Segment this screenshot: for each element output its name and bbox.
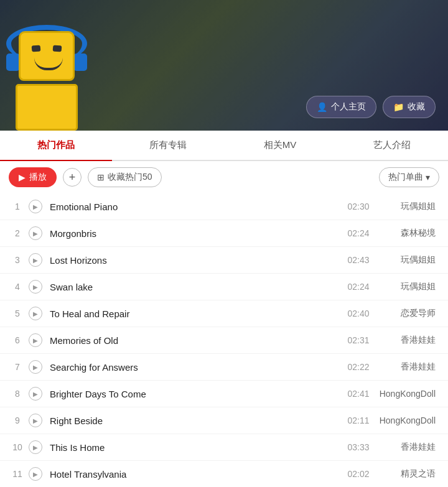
tab-albums[interactable]: 所有专辑	[112, 131, 224, 160]
track-duration: 02:24	[340, 228, 377, 238]
hero-buttons: 👤 个人主页 📁 收藏	[306, 96, 436, 118]
track-duration: 02:02	[340, 469, 377, 479]
track-row: 3 ▶ Lost Horizons 02:43 玩偶姐姐	[0, 247, 448, 274]
collect-button[interactable]: 📁 收藏	[383, 96, 436, 118]
track-duration: 02:30	[340, 202, 377, 211]
track-duration: 02:24	[340, 282, 377, 292]
track-number: 4	[9, 282, 26, 292]
collect-label: 收藏	[408, 101, 425, 113]
track-number: 3	[9, 255, 26, 265]
track-album: HongKongDoll	[377, 389, 439, 399]
lego-head	[19, 31, 75, 81]
track-duration: 03:33	[340, 442, 377, 452]
play-icon: ▶	[19, 172, 26, 182]
track-name: To Heal and Repair	[45, 308, 340, 319]
tab-hot[interactable]: 热门作品	[0, 131, 112, 160]
track-name: Morgonbris	[45, 228, 340, 239]
track-name: Searchig for Answers	[45, 362, 340, 373]
track-name: Right Beside	[45, 415, 340, 426]
track-name: This Is Home	[45, 442, 340, 453]
track-name: Swan lake	[45, 282, 340, 292]
track-row: 9 ▶ Right Beside 02:11 HongKongDoll	[0, 407, 448, 434]
play-circle-icon: ▶	[29, 280, 42, 294]
lego-eye-right	[53, 45, 62, 52]
track-play-button[interactable]: ▶	[26, 253, 45, 267]
track-row: 1 ▶ Emotional Piano 02:30 玩偶姐姐	[0, 193, 448, 220]
track-play-button[interactable]: ▶	[26, 414, 45, 427]
track-play-button[interactable]: ▶	[26, 440, 45, 454]
lego-headphone-right	[73, 53, 87, 71]
track-number: 1	[9, 202, 26, 211]
profile-label: 个人主页	[331, 101, 366, 113]
track-album: 香港娃娃	[377, 361, 439, 373]
play-circle-icon: ▶	[29, 440, 42, 454]
track-duration: 02:11	[340, 415, 377, 425]
play-circle-icon: ▶	[29, 333, 42, 347]
track-row: 11 ▶ Hotel Transylvania 02:02 精灵之语	[0, 461, 448, 487]
track-play-button[interactable]: ▶	[26, 387, 45, 401]
track-number: 8	[9, 389, 26, 399]
track-number: 6	[9, 335, 26, 345]
track-row: 5 ▶ To Heal and Repair 02:40 恋爱导师	[0, 300, 448, 327]
track-album: 精灵之语	[377, 468, 439, 480]
toolbar: ▶ 播放 + ⊞ 收藏热门50 热门单曲 ▾	[0, 161, 448, 193]
track-play-button[interactable]: ▶	[26, 226, 45, 240]
track-play-button[interactable]: ▶	[26, 280, 45, 294]
sort-label: 热门单曲	[388, 172, 423, 183]
tabs-bar: 热门作品 所有专辑 相关MV 艺人介绍	[0, 131, 448, 161]
track-name: Hotel Transylvania	[45, 469, 340, 480]
track-name: Brighter Days To Come	[45, 389, 340, 399]
track-play-button[interactable]: ▶	[26, 360, 45, 374]
play-circle-icon: ▶	[29, 226, 42, 240]
track-list: 1 ▶ Emotional Piano 02:30 玩偶姐姐 2 ▶ Morgo…	[0, 193, 448, 487]
track-name: Emotional Piano	[45, 202, 340, 212]
track-album: 玩偶姐姐	[377, 281, 439, 292]
track-play-button[interactable]: ▶	[26, 200, 45, 213]
track-album: 香港娃娃	[377, 442, 439, 453]
track-number: 10	[9, 442, 26, 452]
add-button[interactable]: +	[63, 168, 82, 187]
lego-decoration	[6, 12, 106, 131]
track-album: 恋爱导师	[377, 308, 439, 319]
track-play-button[interactable]: ▶	[26, 307, 45, 320]
play-label: 播放	[29, 172, 47, 183]
track-number: 5	[9, 308, 26, 318]
play-circle-icon: ▶	[29, 307, 42, 320]
play-button[interactable]: ▶ 播放	[9, 167, 57, 187]
track-play-button[interactable]: ▶	[26, 333, 45, 347]
track-play-button[interactable]: ▶	[26, 467, 45, 481]
lego-headphone-left	[6, 53, 20, 71]
collect-top50-label: 收藏热门50	[108, 172, 152, 183]
track-album: 玩偶姐姐	[377, 201, 439, 212]
play-circle-icon: ▶	[29, 253, 42, 267]
track-number: 7	[9, 362, 26, 372]
tab-intro[interactable]: 艺人介绍	[336, 131, 448, 160]
track-duration: 02:31	[340, 335, 377, 345]
track-album: 森林秘境	[377, 228, 439, 239]
sort-button[interactable]: 热门单曲 ▾	[379, 167, 439, 187]
track-number: 2	[9, 228, 26, 238]
track-number: 9	[9, 415, 26, 425]
track-album: 香港娃娃	[377, 335, 439, 346]
track-row: 4 ▶ Swan lake 02:24 玩偶姐姐	[0, 274, 448, 300]
play-circle-icon: ▶	[29, 467, 42, 481]
play-circle-icon: ▶	[29, 387, 42, 401]
play-circle-icon: ▶	[29, 414, 42, 427]
track-duration: 02:43	[340, 255, 377, 265]
track-duration: 02:40	[340, 308, 377, 318]
lego-smile	[34, 58, 63, 70]
profile-button[interactable]: 👤 个人主页	[306, 96, 376, 118]
track-album: 玩偶姐姐	[377, 254, 439, 266]
track-name: Lost Horizons	[45, 255, 340, 266]
play-circle-icon: ▶	[29, 200, 42, 213]
track-row: 2 ▶ Morgonbris 02:24 森林秘境	[0, 220, 448, 247]
collect-top50-button[interactable]: ⊞ 收藏热门50	[88, 167, 162, 187]
tab-mv[interactable]: 相关MV	[224, 131, 336, 160]
hero-banner: 👤 个人主页 📁 收藏	[0, 0, 448, 131]
track-row: 6 ▶ Memories of Old 02:31 香港娃娃	[0, 327, 448, 354]
sort-area: 热门单曲 ▾	[379, 167, 439, 187]
lego-body	[16, 84, 78, 131]
track-duration: 02:41	[340, 389, 377, 399]
person-icon: 👤	[317, 102, 327, 112]
play-circle-icon: ▶	[29, 360, 42, 374]
